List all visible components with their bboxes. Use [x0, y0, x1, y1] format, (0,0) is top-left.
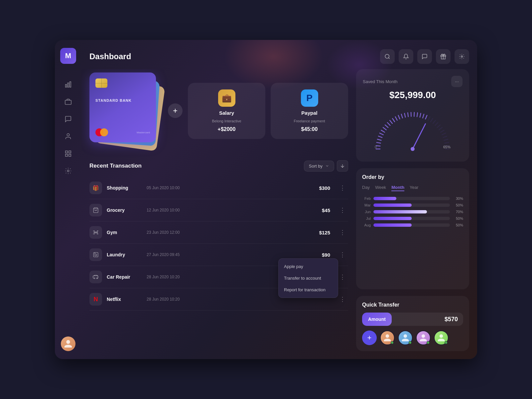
card-network-label: Mastercard	[137, 131, 150, 134]
sidebar-icon-chart[interactable]	[61, 77, 75, 92]
gym-amount: $125	[319, 230, 330, 235]
add-card-button[interactable]: +	[168, 103, 183, 118]
svg-line-57	[413, 124, 426, 149]
svg-point-10	[385, 54, 389, 58]
online-dot	[445, 341, 448, 344]
paypal-name: Paypal	[301, 110, 317, 116]
tab-week[interactable]: Week	[375, 184, 386, 191]
bar-fill-jul	[373, 217, 412, 220]
sidebar-icon-grid[interactable]	[61, 146, 75, 161]
contact-avatar-2[interactable]	[398, 331, 413, 345]
bar-pct-jun: 70%	[453, 210, 463, 214]
contact-avatar-3[interactable]	[416, 331, 431, 345]
sidebar-icon-settings[interactable]	[61, 164, 75, 178]
context-menu: Apple pay Transfer to account Report for…	[278, 258, 338, 298]
sort-dropdown[interactable]: Sort by	[304, 161, 334, 172]
gym-menu[interactable]: ⋮	[337, 227, 348, 237]
svg-line-40	[417, 113, 418, 117]
mastercard-logo	[95, 128, 108, 136]
search-button[interactable]	[380, 49, 395, 64]
quick-transfer-title: Quick Transfer	[362, 302, 463, 308]
gauge-min-label: 0	[375, 145, 377, 149]
main-content: Dashboard	[81, 40, 477, 359]
laundry-menu[interactable]: ⋮	[337, 250, 348, 260]
gym-name: Gym	[107, 230, 140, 235]
salary-icon: 💼	[218, 89, 235, 107]
car-icon	[89, 271, 102, 283]
notifications-button[interactable]	[399, 49, 413, 64]
svg-rect-6	[69, 151, 71, 153]
transactions-header: Recent Transaction Sort by	[89, 160, 348, 172]
chat-button[interactable]	[417, 49, 432, 64]
header: Dashboard	[81, 40, 477, 69]
shopping-icon: 🎁	[89, 182, 102, 194]
user-avatar[interactable]	[61, 336, 75, 351]
svg-line-11	[388, 58, 389, 59]
settings-button[interactable]	[455, 49, 469, 64]
bar-track-aug	[373, 223, 450, 227]
sidebar-icon-user[interactable]	[61, 129, 75, 144]
amount-row: Amount $570	[362, 313, 463, 326]
sidebar-icon-briefcase[interactable]	[61, 94, 75, 109]
contact-avatar-1[interactable]	[380, 331, 395, 345]
svg-line-30	[387, 122, 390, 125]
bar-row-jun: Jun 70%	[362, 210, 463, 214]
add-contact-button[interactable]: +	[362, 331, 377, 345]
laundry-icon	[89, 248, 102, 261]
svg-line-32	[392, 118, 395, 122]
bar-fill-aug	[373, 223, 412, 227]
svg-point-58	[411, 147, 415, 151]
laundry-amount: $90	[322, 252, 330, 258]
shopping-amount: $300	[319, 185, 330, 191]
paypal-desc: Freelance payment	[294, 119, 325, 123]
svg-line-52	[443, 136, 447, 137]
right-panel: Saved This Month ··· $25,999.00 // ticks…	[356, 69, 469, 351]
laundry-name: Laundry	[107, 252, 140, 257]
gym-date: 23 Jun 2020 12:00	[140, 230, 319, 235]
svg-rect-3	[65, 100, 71, 104]
tab-month[interactable]: Month	[391, 184, 404, 191]
app-logo[interactable]: M	[60, 48, 76, 64]
bank-card[interactable]: STANDARD BANK Mastercard	[89, 72, 156, 142]
sort-label: Sort by	[309, 164, 323, 169]
svg-line-42	[423, 114, 424, 118]
shopping-menu[interactable]: ⋮	[337, 183, 348, 193]
gift-button[interactable]	[436, 49, 451, 64]
context-report[interactable]: Report for transaction	[279, 284, 338, 296]
online-dot	[427, 341, 430, 344]
context-apple-pay[interactable]: Apple pay	[279, 261, 338, 272]
bar-fill-feb	[373, 197, 396, 200]
bar-label-feb: Feb	[362, 197, 371, 200]
contact-avatar-4[interactable]	[434, 331, 449, 345]
bar-pct-jul: 50%	[453, 216, 463, 220]
salary-card[interactable]: 💼 Salary Belong Interactive +$2000	[188, 83, 265, 139]
left-panel: STANDARD BANK Mastercard +	[89, 69, 356, 351]
svg-line-22	[376, 146, 380, 146]
savings-card: Saved This Month ··· $25,999.00 // ticks…	[356, 69, 469, 162]
svg-rect-0	[66, 84, 67, 87]
svg-line-50	[441, 130, 444, 132]
order-by-tabs: Day Week Month Year	[362, 184, 463, 191]
amount-button[interactable]: Amount	[362, 313, 392, 326]
card-stack: STANDARD BANK Mastercard	[89, 72, 163, 149]
grocery-menu[interactable]: ⋮	[337, 205, 348, 215]
carrepair-menu[interactable]: ⋮	[337, 272, 348, 282]
svg-rect-5	[66, 151, 67, 153]
payment-cards: 💼 Salary Belong Interactive +$2000 P Pay…	[188, 83, 348, 139]
bar-track-jul	[373, 217, 450, 220]
sort-az-button[interactable]	[337, 160, 348, 172]
tab-year[interactable]: Year	[410, 184, 418, 191]
sidebar-icon-message[interactable]	[61, 112, 75, 126]
svg-point-19	[94, 278, 95, 279]
order-by-section: Order by Day Week Month Year Feb	[356, 168, 469, 289]
svg-line-23	[377, 142, 381, 143]
bar-row-mar: Mar 50%	[362, 203, 463, 207]
tab-day[interactable]: Day	[362, 184, 370, 191]
savings-more-button[interactable]: ···	[451, 76, 463, 87]
netflix-menu[interactable]: ⋮	[337, 294, 348, 304]
bar-pct-mar: 50%	[453, 203, 463, 207]
paypal-card[interactable]: P Paypal Freelance payment $45:00	[271, 83, 348, 139]
bar-row-jul: Jul 50%	[362, 216, 463, 220]
bar-track-jun	[373, 210, 450, 213]
context-transfer[interactable]: Transfer to account	[279, 272, 338, 284]
